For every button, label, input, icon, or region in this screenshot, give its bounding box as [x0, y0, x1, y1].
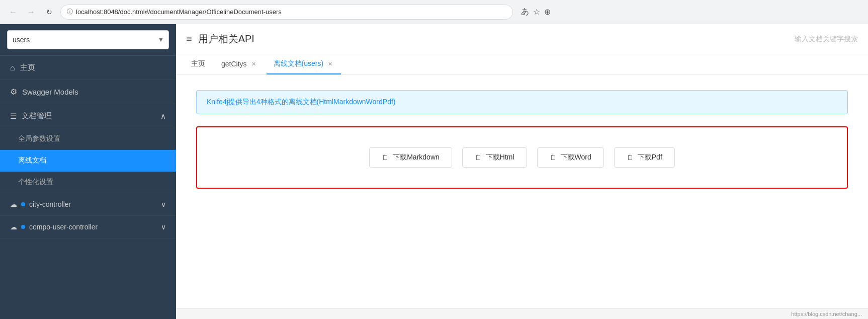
- search-input[interactable]: [7, 30, 169, 49]
- sidebar: ▼ ⌂ 主页 ⚙ Swagger Models ☰ 文档管理 ∧ 全局参数设置 …: [0, 24, 176, 319]
- sidebar-item-swagger[interactable]: ⚙ Swagger Models: [0, 80, 176, 104]
- compo-chevron-down-icon: ∨: [161, 223, 166, 231]
- banner-text: Knife4j提供导出4种格式的离线文档(HtmlMarkdownWordPdf…: [207, 98, 395, 106]
- tabs-bar: 主页 getCitys ✕ 离线文档(users) ✕: [176, 54, 868, 75]
- offline-docs-label: 离线文档: [18, 156, 46, 165]
- word-file-icon: 🗒: [550, 153, 557, 162]
- home-icon: ⌂: [10, 63, 15, 72]
- status-bar-text: https://blog.csdn.net/chang...: [791, 311, 862, 317]
- download-markdown-label: 下载Markdown: [393, 153, 440, 162]
- city-controller-left: ☁ city-controller: [10, 200, 71, 208]
- global-settings-label: 全局参数设置: [18, 134, 60, 143]
- markdown-file-icon: 🗒: [382, 153, 389, 162]
- sidebar-item-city-controller[interactable]: ☁ city-controller ∨: [0, 193, 176, 216]
- header-search-placeholder[interactable]: 输入文档关键字搜索: [795, 35, 858, 44]
- translate-icon[interactable]: あ: [521, 7, 529, 17]
- doc-management-left: ☰ 文档管理: [10, 111, 52, 121]
- menu-icon: ≡: [186, 33, 192, 45]
- city-chevron-down-icon: ∨: [161, 200, 166, 208]
- refresh-button[interactable]: ↻: [42, 5, 56, 19]
- city-controller-label: city-controller: [29, 200, 71, 208]
- city-controller-dot: [21, 202, 25, 206]
- content-area: Knife4j提供导出4种格式的离线文档(HtmlMarkdownWordPdf…: [176, 75, 868, 308]
- download-word-button[interactable]: 🗒 下载Word: [537, 147, 604, 168]
- browser-chrome: ← → ↻ ⓘ localhost:8048/doc.html#/documen…: [0, 0, 868, 24]
- forward-button[interactable]: →: [24, 5, 38, 19]
- tab-home-label: 主页: [191, 59, 205, 68]
- tab-offline-users[interactable]: 离线文档(users) ✕: [267, 54, 341, 74]
- sidebar-item-offline-docs[interactable]: 离线文档: [0, 150, 176, 172]
- main-header: ≡ 用户相关API 输入文档关键字搜索: [176, 24, 868, 54]
- compo-controller-left: ☁ compo-user-controller: [10, 223, 98, 231]
- tab-offline-users-close[interactable]: ✕: [326, 60, 334, 68]
- sidebar-item-home[interactable]: ⌂ 主页: [0, 56, 176, 80]
- download-html-label: 下载Html: [486, 153, 514, 162]
- doc-management-icon: ☰: [10, 112, 17, 121]
- pdf-file-icon: 🗒: [627, 153, 634, 162]
- tab-home[interactable]: 主页: [184, 54, 212, 74]
- extension-icon[interactable]: ⊕: [544, 7, 551, 17]
- sidebar-search-area: ▼: [0, 24, 176, 56]
- cloud-icon-2: ☁: [10, 223, 17, 231]
- compo-controller-dot: [21, 225, 25, 229]
- doc-management-label: 文档管理: [22, 111, 52, 121]
- cloud-icon: ☁: [10, 200, 17, 208]
- app-container: ▼ ⌂ 主页 ⚙ Swagger Models ☰ 文档管理 ∧ 全局参数设置 …: [0, 24, 868, 319]
- bookmark-icon[interactable]: ☆: [533, 7, 540, 17]
- download-box: 🗒 下载Markdown 🗒 下载Html 🗒 下载Word 🗒 下载Pdf: [196, 126, 848, 189]
- personalization-label: 个性化设置: [18, 178, 53, 187]
- main-content: ≡ 用户相关API 输入文档关键字搜索 主页 getCitys ✕ 离线文档(u…: [176, 24, 868, 319]
- address-bar[interactable]: ⓘ localhost:8048/doc.html#/documentManag…: [60, 5, 513, 20]
- tab-getCitys-close[interactable]: ✕: [250, 60, 257, 68]
- main-header-left: ≡ 用户相关API: [186, 32, 254, 46]
- chevron-up-icon: ∧: [160, 112, 166, 121]
- sidebar-item-personalization[interactable]: 个性化设置: [0, 172, 176, 193]
- info-banner: Knife4j提供导出4种格式的离线文档(HtmlMarkdownWordPdf…: [196, 90, 848, 114]
- sidebar-section-doc-management[interactable]: ☰ 文档管理 ∧: [0, 104, 176, 128]
- browser-right-icons: あ ☆ ⊕: [521, 7, 551, 17]
- download-html-button[interactable]: 🗒 下载Html: [462, 147, 527, 168]
- compo-controller-label: compo-user-controller: [29, 223, 98, 231]
- download-word-label: 下载Word: [561, 153, 591, 162]
- security-icon: ⓘ: [67, 8, 73, 16]
- sidebar-item-global-settings[interactable]: 全局参数设置: [0, 128, 176, 150]
- download-pdf-label: 下载Pdf: [638, 153, 662, 162]
- html-file-icon: 🗒: [475, 153, 482, 162]
- tab-offline-users-label: 离线文档(users): [274, 59, 324, 68]
- sidebar-item-compo-user-controller[interactable]: ☁ compo-user-controller ∨: [0, 216, 176, 238]
- tab-getCitys[interactable]: getCitys ✕: [214, 55, 265, 74]
- download-markdown-button[interactable]: 🗒 下载Markdown: [369, 147, 452, 168]
- sidebar-swagger-label: Swagger Models: [22, 88, 78, 96]
- status-bar: https://blog.csdn.net/chang...: [176, 308, 868, 319]
- search-wrapper: ▼: [7, 30, 169, 49]
- swagger-icon: ⚙: [10, 87, 17, 97]
- page-title: 用户相关API: [198, 32, 254, 46]
- tab-getCitys-label: getCitys: [221, 60, 247, 68]
- download-pdf-button[interactable]: 🗒 下载Pdf: [614, 147, 675, 168]
- back-button[interactable]: ←: [6, 5, 20, 19]
- url-text: localhost:8048/doc.html#/documentManager…: [76, 8, 282, 16]
- sidebar-home-label: 主页: [20, 63, 35, 72]
